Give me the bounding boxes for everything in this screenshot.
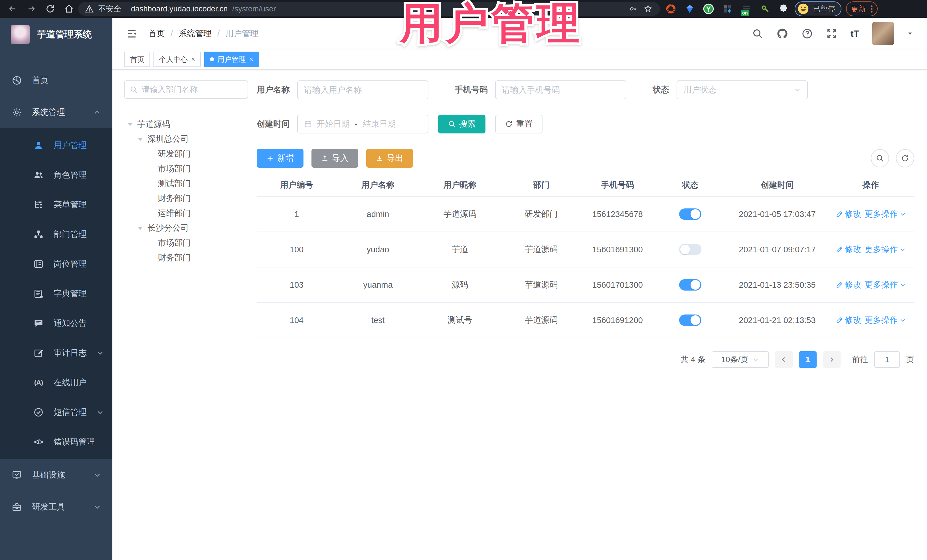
edit-link[interactable]: 修改 [836, 279, 862, 291]
sidebar-logo[interactable]: 芋道管理系统 [0, 18, 112, 51]
sidebar-item-audit-log[interactable]: 审计日志 [0, 338, 112, 368]
profile-chip[interactable]: 已暂停 [795, 2, 842, 16]
status-toggle[interactable] [679, 314, 701, 326]
close-icon[interactable]: × [249, 56, 253, 63]
home-icon[interactable] [64, 4, 74, 14]
tree-expand-icon[interactable] [138, 227, 143, 230]
password-key-icon[interactable] [628, 4, 638, 14]
tree-node-leaf[interactable]: 市场部门 [124, 161, 248, 176]
tree-node-branch[interactable]: 深圳总公司 [124, 132, 248, 147]
sidebar-item-system[interactable]: 系统管理 [0, 96, 112, 128]
refresh-button[interactable] [896, 149, 914, 167]
reload-icon[interactable] [45, 4, 55, 14]
tree-expand-icon[interactable] [138, 138, 143, 141]
browser-update-button[interactable]: 更新 [846, 2, 878, 16]
username-label: 用户名称 [257, 84, 290, 96]
mobile-label: 手机号码 [454, 84, 488, 96]
breadcrumb-current: 用户管理 [225, 28, 258, 39]
add-button[interactable]: 新增 [257, 149, 304, 168]
tab-home[interactable]: 首页 [125, 52, 150, 67]
more-actions-link[interactable]: 更多操作 [865, 244, 906, 255]
cell-user-id: 104 [257, 316, 337, 325]
search-button[interactable]: 搜索 [438, 115, 485, 134]
status-toggle[interactable] [679, 244, 701, 255]
sidebar-item-online-users[interactable]: (A) 在线用户 [0, 368, 112, 398]
page-content: 芋道源码 深圳总公司 研发部门 市场部门 测试部门 财务部门 运维部门 长沙分公… [112, 70, 927, 560]
extension-puzzle-icon[interactable] [778, 3, 790, 15]
status-select[interactable]: 用户状态 [676, 80, 808, 99]
sidebar-item-depts[interactable]: 部门管理 [0, 220, 112, 249]
browser-menu-icon[interactable] [871, 5, 872, 12]
dept-tree: 芋道源码 深圳总公司 研发部门 市场部门 测试部门 财务部门 运维部门 长沙分公… [124, 117, 248, 265]
address-bar[interactable]: 不安全 dashboard.yudao.iocoder.cn/system/us… [78, 2, 660, 16]
show-search-button[interactable] [871, 149, 889, 167]
search-icon[interactable] [752, 28, 763, 39]
tree-node-branch[interactable]: 长沙分公司 [124, 221, 248, 235]
prev-page-button[interactable] [775, 351, 793, 368]
font-size-icon[interactable]: tT [851, 29, 859, 39]
export-button[interactable]: 导出 [366, 149, 413, 168]
tree-node-leaf[interactable]: 运维部门 [124, 206, 248, 221]
close-icon[interactable]: × [191, 56, 195, 63]
tree-expand-icon[interactable] [128, 123, 133, 126]
more-actions-link[interactable]: 更多操作 [865, 314, 906, 326]
sidebar-item-users[interactable]: 用户管理 [0, 131, 112, 160]
edit-link[interactable]: 修改 [836, 208, 862, 220]
sidebar-item-error-codes[interactable]: </> 错误码管理 [0, 427, 112, 457]
user-avatar[interactable] [872, 22, 894, 46]
extension-onetab-icon[interactable]: on [740, 3, 752, 15]
extension-green-y-icon[interactable] [703, 3, 714, 15]
tab-user-management[interactable]: 用户管理× [204, 52, 259, 67]
sidebar-item-notices[interactable]: 通知公告 [0, 308, 112, 338]
caret-down-icon[interactable] [907, 30, 913, 37]
chevron-up-icon [94, 109, 101, 116]
sidebar: 芋道管理系统 首页 系统管理 用户管理 [0, 18, 112, 560]
security-warning-icon[interactable] [85, 5, 94, 13]
sidebar-item-home[interactable]: 首页 [0, 64, 112, 96]
extension-ubuntu-icon[interactable] [665, 3, 676, 15]
import-button[interactable]: 导入 [312, 149, 358, 168]
sidebar-item-devtools[interactable]: 研发工具 [0, 491, 112, 523]
sidebar-item-dicts[interactable]: 字典管理 [0, 279, 112, 308]
breadcrumb-home[interactable]: 首页 [148, 28, 165, 39]
fullscreen-icon[interactable] [826, 28, 837, 39]
tree-node-leaf[interactable]: 财务部门 [124, 250, 248, 265]
more-actions-link[interactable]: 更多操作 [865, 208, 906, 220]
extension-key-icon[interactable] [759, 3, 771, 15]
sidebar-item-roles[interactable]: 角色管理 [0, 160, 112, 190]
edit-link[interactable]: 修改 [836, 244, 862, 255]
more-actions-link[interactable]: 更多操作 [865, 279, 906, 291]
status-toggle[interactable] [679, 208, 701, 220]
date-range-picker[interactable]: 开始日期 - 结束日期 [297, 115, 429, 134]
reset-button[interactable]: 重置 [495, 115, 543, 134]
bookmark-star-icon[interactable] [643, 4, 653, 14]
breadcrumb-system[interactable]: 系统管理 [179, 28, 212, 39]
page-size-select[interactable]: 10条/页 [712, 351, 769, 368]
next-page-button[interactable] [823, 351, 840, 368]
goto-page-input[interactable] [874, 351, 900, 368]
tree-node-leaf[interactable]: 测试部门 [124, 176, 248, 191]
edit-link[interactable]: 修改 [836, 314, 862, 326]
sidebar-item-infrastructure[interactable]: 基础设施 [0, 459, 112, 491]
mobile-input[interactable] [502, 85, 620, 95]
username-input[interactable] [304, 85, 422, 95]
tab-profile[interactable]: 个人中心× [153, 52, 201, 67]
sidebar-item-posts[interactable]: 岗位管理 [0, 249, 112, 279]
sidebar-item-menus[interactable]: 菜单管理 [0, 190, 112, 220]
status-toggle[interactable] [679, 279, 701, 291]
tree-node-leaf[interactable]: 研发部门 [124, 147, 248, 161]
tree-node-leaf[interactable]: 财务部门 [124, 191, 248, 206]
page-number-button[interactable]: 1 [799, 351, 817, 368]
back-icon[interactable] [8, 4, 18, 14]
extension-gem-icon[interactable] [684, 3, 695, 15]
forward-icon[interactable] [26, 4, 36, 14]
tree-node-leaf[interactable]: 市场部门 [124, 235, 248, 250]
export-button-label: 导出 [387, 153, 403, 164]
sidebar-item-sms[interactable]: 短信管理 [0, 398, 112, 427]
github-icon[interactable] [777, 28, 789, 39]
tree-node-root[interactable]: 芋道源码 [124, 117, 248, 132]
help-icon[interactable] [801, 28, 813, 39]
dept-search-input[interactable] [142, 85, 242, 94]
sidebar-fold-icon[interactable] [126, 28, 137, 39]
extension-grid-icon[interactable] [722, 3, 733, 15]
